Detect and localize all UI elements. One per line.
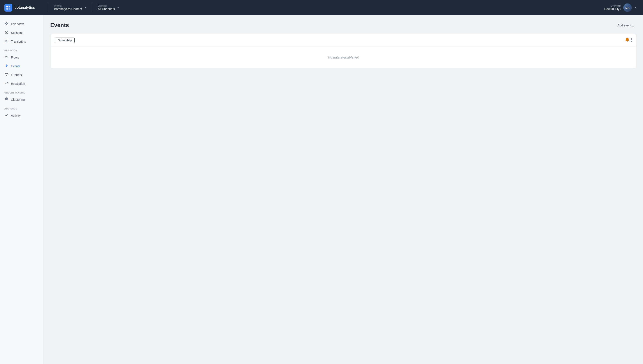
event-card-header: Order Help [51, 34, 636, 46]
events-icon [4, 64, 9, 68]
sidebar-section-behavior: BEHAVIOR [0, 46, 44, 53]
sidebar: Overview Sessions Transcripts BEHAVIOR F… [0, 15, 44, 364]
sidebar-item-sessions-label: Sessions [11, 31, 24, 34]
clustering-icon [4, 98, 9, 102]
sidebar-item-activity[interactable]: Activity [0, 111, 44, 120]
svg-rect-5 [7, 22, 8, 24]
sessions-icon [4, 30, 9, 35]
sidebar-item-funnels-label: Funnels [11, 73, 22, 77]
profile-dropdown[interactable]: My Profile Dawud Aliyu DA ▾ [602, 2, 639, 13]
profile-chevron-icon: ▾ [635, 6, 636, 9]
channel-chevron-icon: ▾ [117, 6, 119, 9]
sidebar-section-understanding: UNDERSTANDING [0, 88, 44, 95]
more-options-icon[interactable] [631, 38, 632, 43]
channel-dropdown[interactable]: Channel All Channels ▾ [94, 2, 122, 13]
profile-info: My Profile Dawud Aliyu [604, 4, 621, 11]
top-navbar: botanalytics Project Botanalytics Chatbo… [0, 0, 643, 15]
project-label: Project [54, 4, 82, 7]
svg-point-21 [631, 39, 632, 40]
sidebar-item-overview[interactable]: Overview [0, 20, 44, 28]
sidebar-section-audience: AUDIENCE [0, 104, 44, 111]
svg-point-20 [631, 38, 632, 39]
svg-point-22 [631, 41, 632, 42]
sidebar-item-overview-label: Overview [11, 22, 24, 26]
nav-divider-2 [92, 3, 92, 12]
event-card-body: No data available yet [51, 46, 636, 68]
svg-rect-1 [9, 6, 10, 8]
main-content: Events Add event... Order Help No data a… [44, 15, 643, 364]
sidebar-item-clustering[interactable]: Clustering [0, 95, 44, 104]
sidebar-item-activity-label: Activity [11, 114, 21, 117]
project-chevron-icon: ▾ [85, 6, 86, 9]
sidebar-item-escalation-label: Escalation [11, 82, 25, 86]
brand-logo [4, 4, 12, 12]
svg-rect-4 [5, 22, 6, 24]
profile-name: Dawud Aliyu [604, 7, 621, 11]
brand-name: botanalytics [15, 6, 35, 10]
sidebar-item-clustering-label: Clustering [11, 98, 25, 102]
add-event-button[interactable]: Add event... [615, 22, 636, 28]
event-actions [625, 38, 632, 43]
svg-rect-7 [7, 24, 8, 25]
avatar-image: DA [623, 4, 632, 12]
nav-divider-1 [48, 3, 48, 12]
bell-icon[interactable] [625, 38, 629, 43]
sidebar-item-transcripts[interactable]: Transcripts [0, 37, 44, 46]
profile-label: My Profile [604, 4, 621, 7]
svg-point-9 [6, 32, 7, 33]
svg-rect-3 [9, 8, 10, 10]
sidebar-item-funnels[interactable]: Funnels [0, 70, 44, 79]
sidebar-item-events[interactable]: Events [0, 62, 44, 70]
overview-icon [4, 22, 9, 26]
layout: Overview Sessions Transcripts BEHAVIOR F… [0, 15, 643, 364]
event-card: Order Help No data available yet [50, 34, 636, 68]
page-header: Events Add event... [50, 22, 636, 28]
sidebar-item-transcripts-label: Transcripts [11, 40, 26, 43]
channel-value: All Channels [98, 7, 115, 11]
project-dropdown[interactable]: Project Botanalytics Chatbot ▾ [51, 2, 90, 13]
svg-marker-16 [5, 74, 8, 76]
sidebar-item-events-label: Events [11, 64, 20, 68]
escalation-icon [4, 82, 9, 86]
sidebar-item-flows-label: Flows [11, 56, 19, 59]
svg-rect-6 [5, 24, 6, 25]
sidebar-item-escalation[interactable]: Escalation [0, 79, 44, 88]
no-data-message: No data available yet [328, 56, 359, 59]
event-tag[interactable]: Order Help [55, 38, 75, 43]
sidebar-item-flows[interactable]: Flows [0, 53, 44, 62]
sidebar-item-sessions[interactable]: Sessions [0, 28, 44, 37]
svg-rect-2 [6, 8, 8, 10]
channel-label: Channel [98, 4, 115, 7]
svg-point-14 [5, 57, 6, 58]
project-value: Botanalytics Chatbot [54, 7, 82, 11]
transcripts-icon [4, 39, 9, 44]
activity-icon [4, 114, 9, 118]
brand: botanalytics [4, 4, 46, 12]
flows-icon [4, 55, 9, 60]
avatar: DA [623, 4, 632, 12]
page-title: Events [50, 22, 69, 28]
svg-point-15 [8, 57, 8, 58]
funnels-icon [4, 73, 9, 77]
svg-rect-0 [6, 6, 8, 8]
